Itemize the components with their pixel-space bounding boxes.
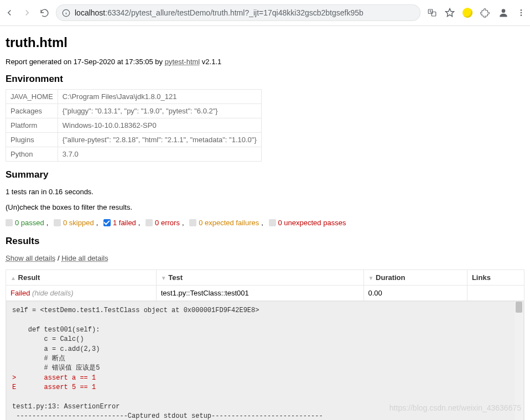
nav-buttons — [4, 8, 49, 18]
hide-all-details-link[interactable]: Hide all details — [61, 254, 108, 262]
duration-cell: 0.00 — [363, 286, 467, 301]
results-table: ▲ Result ▼ Test ▼ Duration Links Failed … — [6, 269, 524, 420]
results-heading: Results — [6, 236, 524, 247]
checkbox-icon — [54, 219, 61, 226]
env-value: Windows-10-10.0.18362-SP0 — [58, 118, 261, 133]
col-result[interactable]: ▲ Result — [6, 270, 157, 286]
env-value: 3.7.0 — [58, 147, 261, 162]
summary-heading: Summary — [6, 169, 524, 180]
checkbox-icon — [6, 219, 13, 226]
filter-xfail[interactable]: 0 expected failures, — [189, 219, 263, 227]
env-key: Plugins — [6, 133, 58, 147]
environment-table: JAVA_HOMEC:\Program Files\Java\jdk1.8.0_… — [6, 89, 262, 162]
show-all-details-link[interactable]: Show all details — [6, 254, 55, 262]
checkbox-icon — [146, 219, 153, 226]
toolbar-right — [427, 7, 526, 18]
svg-point-9 — [521, 14, 522, 16]
filter-xpass[interactable]: 0 unexpected passes — [269, 219, 346, 227]
translate-icon[interactable] — [427, 8, 437, 18]
result-cell: Failed (hide details) — [6, 286, 157, 301]
env-key: Python — [6, 147, 58, 162]
env-key: JAVA_HOME — [6, 90, 58, 104]
extension-yellow-icon[interactable] — [463, 8, 472, 18]
browser-toolbar: localhost:63342/pytest_allure/testDemo/t… — [0, 0, 530, 26]
star-icon[interactable] — [445, 8, 455, 18]
links-cell — [467, 286, 524, 301]
sort-icon: ▼ — [161, 275, 167, 281]
env-key: Packages — [6, 104, 58, 118]
scrollbar[interactable] — [515, 302, 523, 420]
summary-filter-hint: (Un)check the boxes to filter the result… — [6, 203, 524, 211]
report-meta: Report generated on 17-Sep-2020 at 17:35… — [6, 58, 524, 66]
svg-point-8 — [521, 12, 522, 14]
address-bar[interactable]: localhost:63342/pytest_allure/testDemo/t… — [56, 4, 420, 21]
test-cell: test1.py::TestClass::test001 — [156, 286, 363, 301]
svg-point-6 — [502, 9, 506, 13]
checkbox-icon — [269, 219, 276, 226]
svg-point-7 — [521, 9, 522, 11]
site-info-icon[interactable] — [62, 9, 70, 17]
forward-icon[interactable] — [22, 8, 32, 18]
table-row: Failed (hide details) test1.py::TestClas… — [6, 286, 524, 301]
reload-icon[interactable] — [40, 8, 49, 18]
sort-icon: ▼ — [368, 275, 374, 281]
env-row: JAVA_HOMEC:\Program Files\Java\jdk1.8.0_… — [6, 90, 262, 104]
results-detail-links: Show all details / Hide all details — [6, 254, 524, 262]
traceback-log[interactable]: self = <testDemo.test1.TestClass object … — [6, 301, 524, 420]
filter-failed[interactable]: 1 failed, — [103, 219, 141, 227]
pytest-html-link[interactable]: pytest-html — [165, 58, 200, 66]
env-value: {"pluggy": "0.13.1", "py": "1.9.0", "pyt… — [58, 104, 261, 118]
url-text: localhost:63342/pytest_allure/testDemo/t… — [75, 8, 363, 17]
env-row: Packages{"pluggy": "0.13.1", "py": "1.9.… — [6, 104, 262, 118]
col-duration[interactable]: ▼ Duration — [363, 270, 467, 286]
traceback-row: self = <testDemo.test1.TestClass object … — [6, 301, 524, 421]
svg-marker-5 — [446, 9, 454, 17]
menu-icon[interactable] — [517, 8, 526, 17]
page-content: truth.html Report generated on 17-Sep-20… — [0, 26, 530, 420]
sort-asc-icon: ▲ — [11, 275, 16, 281]
env-row: PlatformWindows-10-10.0.18362-SP0 — [6, 118, 262, 133]
env-row: Python3.7.0 — [6, 147, 262, 162]
filter-skipped[interactable]: 0 skipped, — [54, 219, 98, 227]
checkbox-checked-icon — [103, 219, 111, 226]
checkbox-icon — [189, 219, 196, 226]
filter-errors[interactable]: 0 errors, — [146, 219, 184, 227]
summary-tests-ran: 1 tests ran in 0.16 seconds. — [6, 188, 524, 196]
env-value: C:\Program Files\Java\jdk1.8.0_121 — [58, 90, 261, 104]
scrollbar-thumb[interactable] — [516, 302, 522, 313]
environment-heading: Environment — [6, 74, 524, 85]
env-row: Plugins{"allure-pytest": "2.8.18", "html… — [6, 133, 262, 147]
filter-passed[interactable]: 0 passed, — [6, 219, 48, 227]
env-key: Platform — [6, 118, 58, 133]
env-value: {"allure-pytest": "2.8.18", "html": "2.1… — [58, 133, 261, 147]
col-test[interactable]: ▼ Test — [156, 270, 363, 286]
results-header-row: ▲ Result ▼ Test ▼ Duration Links — [6, 270, 524, 286]
col-links: Links — [467, 270, 524, 286]
extensions-icon[interactable] — [480, 8, 490, 18]
hide-details-link[interactable]: (hide details) — [32, 289, 73, 297]
summary-filters: 0 passed, 0 skipped, 1 failed, 0 errors,… — [6, 219, 524, 228]
profile-icon[interactable] — [498, 7, 509, 18]
back-icon[interactable] — [4, 8, 14, 18]
page-title: truth.html — [6, 35, 524, 50]
